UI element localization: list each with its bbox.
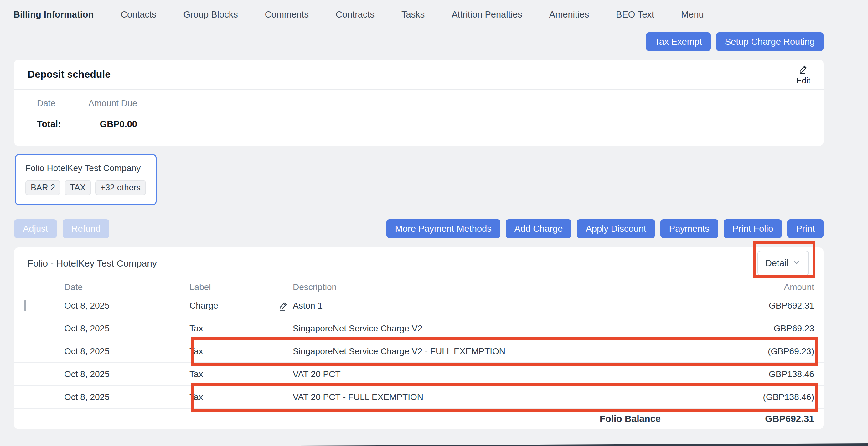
print-folio-button[interactable]: Print Folio — [724, 219, 782, 238]
row-description: VAT 20 PCT - FULL EXEMPTION — [293, 392, 423, 402]
setup-charge-routing-button[interactable]: Setup Charge Routing — [716, 32, 824, 51]
table-row-charge: Oct 8, 2025 Charge Aston 1 GBP692.31 — [14, 294, 824, 317]
rate-chip-row: BAR 2 TAX +32 others — [25, 180, 146, 196]
row-description: SingaporeNet Service Charge V2 - FULL EX… — [293, 347, 505, 356]
pencil-icon[interactable] — [278, 301, 288, 311]
folio-selector-title: Folio HotelKey Test Company — [25, 163, 146, 173]
top-action-buttons: Tax Exempt Setup Charge Routing — [646, 32, 824, 51]
folio-table-header-row: Date Label Description Amount — [14, 280, 824, 294]
folio-selector-card[interactable]: Folio HotelKey Test Company BAR 2 TAX +3… — [15, 154, 157, 205]
row-amount: GBP692.31 — [680, 301, 814, 311]
chip-tax: TAX — [64, 180, 91, 196]
table-row-tax: Oct 8, 2025 Tax SingaporeNet Service Cha… — [14, 317, 824, 339]
folio-table: Date Label Description Amount Oct 8, 202… — [14, 280, 824, 428]
folio-actions-right: More Payment Methods Add Charge Apply Di… — [386, 219, 824, 238]
deposit-schedule-card: Deposit schedule Edit Date Amount Due To… — [14, 60, 824, 146]
adjust-button[interactable]: Adjust — [14, 219, 57, 238]
row-date: Oct 8, 2025 — [64, 392, 189, 402]
row-date: Oct 8, 2025 — [64, 369, 189, 379]
payments-button[interactable]: Payments — [660, 219, 718, 238]
deposit-col-date: Date — [37, 98, 76, 108]
row-label: Tax — [189, 347, 293, 356]
row-label: Tax — [189, 324, 293, 333]
folio-balance-value: GBP692.31 — [680, 413, 814, 424]
row-label: Tax — [189, 392, 293, 402]
chevron-down-icon — [792, 258, 801, 268]
row-amount: (GBP138.46) — [680, 392, 814, 402]
row-amount: (GBP69.23) — [680, 347, 814, 356]
detail-view-dropdown[interactable]: Detail — [757, 250, 809, 276]
row-amount: GBP138.46 — [680, 369, 814, 379]
pencil-icon — [799, 64, 808, 75]
tab-comments[interactable]: Comments — [265, 9, 309, 20]
col-amount: Amount — [680, 282, 814, 292]
row-description: SingaporeNet Service Charge V2 — [293, 324, 423, 333]
deposit-schedule-title: Deposit schedule — [28, 68, 111, 80]
deposit-schedule-header: Deposit schedule Edit — [14, 60, 824, 90]
tab-contracts[interactable]: Contracts — [336, 9, 374, 20]
col-label: Label — [189, 282, 293, 292]
billing-information-page: Billing Information Contacts Group Block… — [0, 0, 868, 446]
tab-attrition-penalties[interactable]: Attrition Penalties — [452, 9, 522, 20]
row-label: Charge — [189, 301, 293, 311]
top-nav: Billing Information Contacts Group Block… — [0, 0, 868, 29]
refund-button[interactable]: Refund — [63, 219, 110, 238]
chip-bar-2: BAR 2 — [25, 180, 60, 196]
detail-view-selected: Detail — [765, 258, 788, 268]
nav-divider — [7, 29, 827, 29]
tab-billing-information[interactable]: Billing Information — [13, 9, 94, 20]
deposit-schedule-table: Date Amount Due Total: GBP0.00 — [29, 98, 137, 129]
deposit-total-value: GBP0.00 — [76, 119, 137, 129]
tab-group-blocks[interactable]: Group Blocks — [184, 9, 238, 20]
horizontal-scrollbar[interactable] — [222, 444, 868, 446]
folio-balance-row: Folio Balance GBP692.31 — [14, 408, 824, 428]
deposit-col-amount-due: Amount Due — [76, 98, 137, 108]
table-row-tax-exemption: Oct 8, 2025 Tax VAT 20 PCT - FULL EXEMPT… — [14, 385, 824, 408]
tab-menu[interactable]: Menu — [681, 9, 704, 20]
tab-beo-text[interactable]: BEO Text — [616, 9, 654, 20]
folio-card-title: Folio - HotelKey Test Company — [28, 258, 157, 269]
tab-tasks[interactable]: Tasks — [401, 9, 425, 20]
deposit-edit-button[interactable]: Edit — [796, 64, 810, 86]
row-amount: GBP69.23 — [680, 324, 814, 333]
folio-balance-label: Folio Balance — [293, 413, 680, 424]
print-button[interactable]: Print — [787, 219, 824, 238]
deposit-total-label: Total: — [37, 119, 76, 129]
add-charge-button[interactable]: Add Charge — [506, 219, 572, 238]
row-description: VAT 20 PCT — [293, 369, 341, 379]
tab-contacts[interactable]: Contacts — [121, 9, 156, 20]
chip-others: +32 others — [95, 180, 146, 196]
deposit-edit-label: Edit — [796, 76, 810, 86]
tax-exempt-button[interactable]: Tax Exempt — [646, 32, 711, 51]
row-date: Oct 8, 2025 — [64, 347, 189, 356]
col-description: Description — [293, 282, 680, 292]
row-label: Tax — [189, 369, 293, 379]
tab-amenities[interactable]: Amenities — [549, 9, 589, 20]
folio-actions-left: Adjust Refund — [14, 219, 109, 238]
deposit-total-row: Total: GBP0.00 — [29, 113, 137, 129]
more-payment-methods-button[interactable]: More Payment Methods — [386, 219, 500, 238]
apply-discount-button[interactable]: Apply Discount — [577, 219, 655, 238]
row-date: Oct 8, 2025 — [64, 301, 189, 311]
col-date: Date — [64, 282, 189, 292]
table-row-tax-exemption: Oct 8, 2025 Tax SingaporeNet Service Cha… — [14, 339, 824, 362]
deposit-table-header-row: Date Amount Due — [29, 98, 137, 113]
row-checkbox[interactable] — [24, 300, 26, 311]
folio-detail-card: Folio - HotelKey Test Company Detail Dat… — [14, 247, 824, 429]
row-description: Aston 1 — [293, 301, 322, 310]
table-row-tax: Oct 8, 2025 Tax VAT 20 PCT GBP138.46 — [14, 362, 824, 385]
row-date: Oct 8, 2025 — [64, 324, 189, 333]
